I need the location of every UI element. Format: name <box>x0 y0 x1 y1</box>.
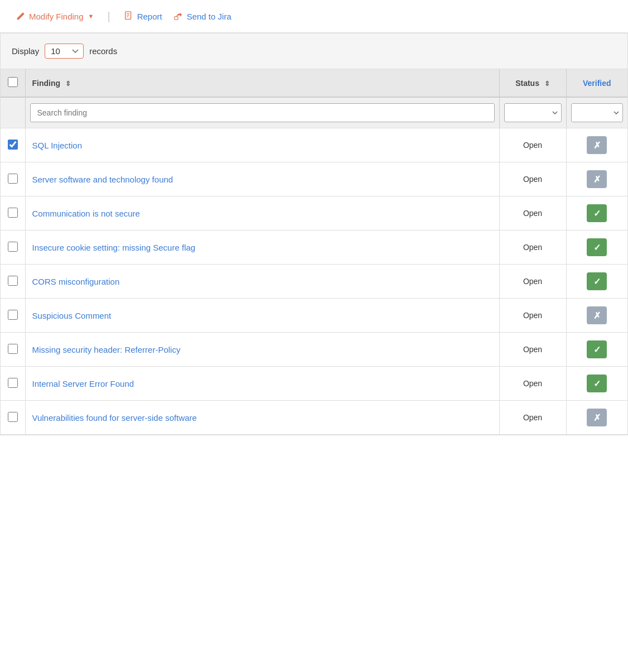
row-checkbox-cell <box>1 367 25 401</box>
verified-badge: ✗ <box>587 136 607 154</box>
send-to-jira-button[interactable]: Send to Jira <box>171 9 234 23</box>
report-label: Report <box>137 12 162 21</box>
header-status[interactable]: Status ⇕ <box>499 69 566 97</box>
verified-badge: ✓ <box>587 272 607 290</box>
edit-icon <box>16 11 26 21</box>
status-sort-icon[interactable]: ⇕ <box>544 80 550 88</box>
report-button[interactable]: Report <box>122 9 165 23</box>
status-cell: Open <box>499 401 566 435</box>
finding-cell[interactable]: CORS misconfiguration <box>25 265 499 299</box>
row-checkbox[interactable] <box>8 412 18 422</box>
table-row: Missing security header: Referrer-Policy… <box>1 333 627 367</box>
filter-row: Open Closed Yes No <box>1 97 627 128</box>
row-checkbox-cell <box>1 333 25 367</box>
header-checkbox-cell <box>1 69 25 97</box>
finding-cell[interactable]: Suspicious Comment <box>25 299 499 333</box>
verified-badge: ✓ <box>587 238 607 256</box>
verified-cell: ✗ <box>566 128 627 162</box>
header-finding-label: Finding <box>32 79 61 88</box>
table-row: Internal Server Error FoundOpen✓ <box>1 367 627 401</box>
table-header-row: Finding ⇕ Status ⇕ Verified <box>1 69 627 97</box>
table-row: CORS misconfigurationOpen✓ <box>1 265 627 299</box>
finding-cell[interactable]: Server software and technology found <box>25 162 499 196</box>
modify-chevron-icon: ▼ <box>88 13 94 20</box>
row-checkbox[interactable] <box>8 140 18 150</box>
finding-cell[interactable]: SQL Injection <box>25 128 499 162</box>
table-row: SQL InjectionOpen✗ <box>1 128 627 162</box>
modify-finding-button[interactable]: Modify Finding ▼ <box>13 9 96 23</box>
verified-cell: ✓ <box>566 367 627 401</box>
status-cell: Open <box>499 231 566 265</box>
filter-verified-cell: Yes No <box>566 97 627 128</box>
toolbar-separator: | <box>107 10 110 23</box>
row-checkbox[interactable] <box>8 208 18 218</box>
verified-filter-select[interactable]: Yes No <box>571 103 624 122</box>
share-icon <box>173 11 183 21</box>
table-row: Insecure cookie setting: missing Secure … <box>1 231 627 265</box>
row-checkbox-cell <box>1 128 25 162</box>
status-cell: Open <box>499 265 566 299</box>
header-status-label: Status <box>515 79 539 88</box>
verified-cell: ✓ <box>566 231 627 265</box>
table-row: Suspicious CommentOpen✗ <box>1 299 627 333</box>
table-row: Communication is not secureOpen✓ <box>1 196 627 231</box>
filter-status-cell: Open Closed <box>499 97 566 128</box>
verified-cell: ✗ <box>566 401 627 435</box>
display-label: Display <box>12 46 39 56</box>
records-label: records <box>89 46 117 56</box>
status-cell: Open <box>499 299 566 333</box>
row-checkbox-cell <box>1 231 25 265</box>
table-row: Vulnerabilities found for server-side so… <box>1 401 627 435</box>
status-cell: Open <box>499 333 566 367</box>
row-checkbox[interactable] <box>8 242 18 252</box>
filter-finding-cell <box>25 97 499 128</box>
main-container: Display 10 25 50 100 records Finding ⇕ S… <box>0 33 628 435</box>
verified-cell: ✓ <box>566 265 627 299</box>
status-cell: Open <box>499 367 566 401</box>
verified-cell: ✗ <box>566 299 627 333</box>
toolbar: Modify Finding ▼ | Report Send to Jira <box>0 0 628 33</box>
status-cell: Open <box>499 128 566 162</box>
display-bar: Display 10 25 50 100 records <box>1 33 627 69</box>
row-checkbox[interactable] <box>8 174 18 184</box>
header-verified: Verified <box>566 69 627 97</box>
filter-checkbox-cell <box>1 97 25 128</box>
verified-cell: ✓ <box>566 333 627 367</box>
finding-cell[interactable]: Vulnerabilities found for server-side so… <box>25 401 499 435</box>
header-verified-label: Verified <box>583 79 611 88</box>
verified-badge: ✓ <box>587 204 607 222</box>
row-checkbox[interactable] <box>8 310 18 320</box>
verified-badge: ✗ <box>587 170 607 188</box>
verified-cell: ✗ <box>566 162 627 196</box>
verified-badge: ✓ <box>587 375 607 392</box>
report-icon <box>124 11 134 21</box>
verified-badge: ✗ <box>587 409 607 426</box>
row-checkbox-cell <box>1 162 25 196</box>
row-checkbox[interactable] <box>8 378 18 388</box>
finding-cell[interactable]: Missing security header: Referrer-Policy <box>25 333 499 367</box>
finding-cell[interactable]: Communication is not secure <box>25 196 499 231</box>
table-body: SQL InjectionOpen✗Server software and te… <box>1 128 627 435</box>
select-all-checkbox[interactable] <box>8 77 18 87</box>
table-row: Server software and technology foundOpen… <box>1 162 627 196</box>
findings-table: Finding ⇕ Status ⇕ Verified <box>1 69 627 435</box>
records-per-page-select[interactable]: 10 25 50 100 <box>45 44 84 59</box>
row-checkbox[interactable] <box>8 344 18 354</box>
send-to-jira-label: Send to Jira <box>187 12 231 21</box>
finding-cell[interactable]: Internal Server Error Found <box>25 367 499 401</box>
header-finding[interactable]: Finding ⇕ <box>25 69 499 97</box>
verified-cell: ✓ <box>566 196 627 231</box>
row-checkbox-cell <box>1 196 25 231</box>
status-cell: Open <box>499 162 566 196</box>
row-checkbox-cell <box>1 299 25 333</box>
svg-rect-4 <box>174 17 177 20</box>
row-checkbox-cell <box>1 401 25 435</box>
verified-badge: ✗ <box>587 306 607 324</box>
row-checkbox-cell <box>1 265 25 299</box>
status-cell: Open <box>499 196 566 231</box>
row-checkbox[interactable] <box>8 276 18 286</box>
finding-cell[interactable]: Insecure cookie setting: missing Secure … <box>25 231 499 265</box>
finding-sort-icon[interactable]: ⇕ <box>65 80 71 88</box>
search-finding-input[interactable] <box>30 103 495 122</box>
status-filter-select[interactable]: Open Closed <box>504 103 562 122</box>
